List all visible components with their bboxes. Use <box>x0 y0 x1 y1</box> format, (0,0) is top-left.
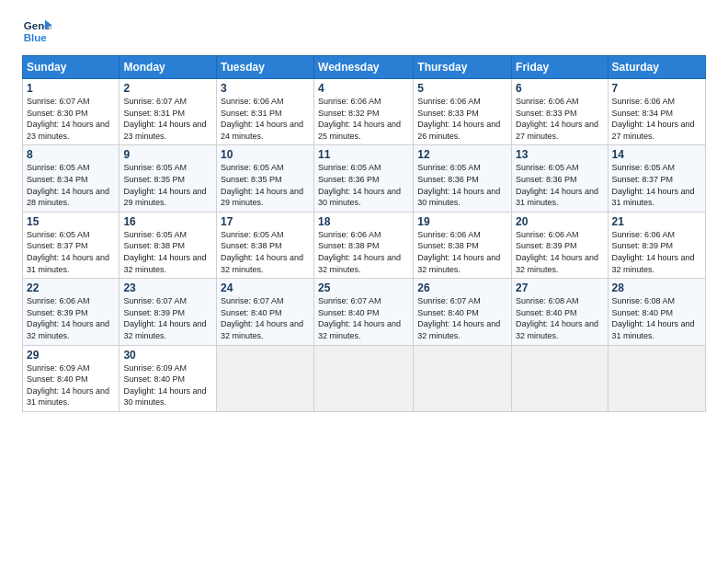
day-info: Sunrise: 6:05 AMSunset: 8:34 PMDaylight:… <box>27 162 115 208</box>
calendar-cell: 18Sunrise: 6:06 AMSunset: 8:38 PMDayligh… <box>314 212 414 278</box>
calendar-cell: 28Sunrise: 6:08 AMSunset: 8:40 PMDayligh… <box>608 279 705 345</box>
day-number: 22 <box>27 282 115 294</box>
day-info: Sunrise: 6:06 AMSunset: 8:38 PMDaylight:… <box>417 229 507 275</box>
day-info: Sunrise: 6:06 AMSunset: 8:33 PMDaylight:… <box>516 96 603 142</box>
day-number: 14 <box>612 148 701 161</box>
logo-icon: General Blue <box>22 17 51 46</box>
day-info: Sunrise: 6:06 AMSunset: 8:39 PMDaylight:… <box>612 229 701 275</box>
day-info: Sunrise: 6:06 AMSunset: 8:38 PMDaylight:… <box>318 229 409 275</box>
day-number: 18 <box>318 215 409 228</box>
day-number: 7 <box>612 82 701 95</box>
weekday-header-saturday: Saturday <box>608 56 705 79</box>
calendar-week-3: 15Sunrise: 6:05 AMSunset: 8:37 PMDayligh… <box>23 212 706 278</box>
calendar-cell: 10Sunrise: 6:05 AMSunset: 8:35 PMDayligh… <box>217 145 314 212</box>
day-info: Sunrise: 6:05 AMSunset: 8:35 PMDaylight:… <box>123 162 212 208</box>
calendar-cell <box>217 345 314 411</box>
calendar-cell: 19Sunrise: 6:06 AMSunset: 8:38 PMDayligh… <box>414 212 512 278</box>
calendar-cell: 13Sunrise: 6:05 AMSunset: 8:36 PMDayligh… <box>512 145 608 212</box>
day-info: Sunrise: 6:07 AMSunset: 8:40 PMDaylight:… <box>221 295 310 341</box>
calendar-cell: 6Sunrise: 6:06 AMSunset: 8:33 PMDaylight… <box>512 79 608 145</box>
day-info: Sunrise: 6:05 AMSunset: 8:38 PMDaylight:… <box>221 229 310 275</box>
day-number: 11 <box>318 148 409 161</box>
day-info: Sunrise: 6:05 AMSunset: 8:36 PMDaylight:… <box>417 162 507 208</box>
calendar-cell: 26Sunrise: 6:07 AMSunset: 8:40 PMDayligh… <box>414 279 512 345</box>
calendar-cell: 8Sunrise: 6:05 AMSunset: 8:34 PMDaylight… <box>23 145 119 212</box>
weekday-header-monday: Monday <box>119 56 217 79</box>
calendar-cell: 1Sunrise: 6:07 AMSunset: 8:30 PMDaylight… <box>23 79 119 145</box>
day-info: Sunrise: 6:06 AMSunset: 8:32 PMDaylight:… <box>318 96 409 142</box>
day-info: Sunrise: 6:05 AMSunset: 8:36 PMDaylight:… <box>318 162 409 208</box>
logo: General Blue <box>22 17 55 46</box>
day-number: 16 <box>123 215 212 228</box>
day-number: 15 <box>27 215 115 228</box>
calendar-week-4: 22Sunrise: 6:06 AMSunset: 8:39 PMDayligh… <box>23 279 706 345</box>
day-info: Sunrise: 6:07 AMSunset: 8:40 PMDaylight:… <box>417 295 507 341</box>
day-number: 29 <box>27 349 115 362</box>
day-info: Sunrise: 6:06 AMSunset: 8:34 PMDaylight:… <box>612 96 701 142</box>
day-info: Sunrise: 6:07 AMSunset: 8:39 PMDaylight:… <box>123 295 212 341</box>
calendar-cell: 4Sunrise: 6:06 AMSunset: 8:32 PMDaylight… <box>314 79 414 145</box>
day-number: 8 <box>27 148 115 161</box>
day-number: 10 <box>221 148 310 161</box>
day-number: 6 <box>516 82 603 95</box>
day-number: 20 <box>516 215 603 228</box>
calendar-cell: 2Sunrise: 6:07 AMSunset: 8:31 PMDaylight… <box>119 79 217 145</box>
day-info: Sunrise: 6:07 AMSunset: 8:40 PMDaylight:… <box>318 295 409 341</box>
calendar-cell <box>512 345 608 411</box>
calendar-week-5: 29Sunrise: 6:09 AMSunset: 8:40 PMDayligh… <box>23 345 706 411</box>
calendar-cell: 16Sunrise: 6:05 AMSunset: 8:38 PMDayligh… <box>119 212 217 278</box>
calendar-cell: 22Sunrise: 6:06 AMSunset: 8:39 PMDayligh… <box>23 279 119 345</box>
calendar-week-2: 8Sunrise: 6:05 AMSunset: 8:34 PMDaylight… <box>23 145 706 212</box>
day-info: Sunrise: 6:06 AMSunset: 8:39 PMDaylight:… <box>516 229 603 275</box>
day-info: Sunrise: 6:07 AMSunset: 8:30 PMDaylight:… <box>27 96 115 142</box>
weekday-header-sunday: Sunday <box>23 56 119 79</box>
calendar-body: 1Sunrise: 6:07 AMSunset: 8:30 PMDaylight… <box>23 79 706 412</box>
day-info: Sunrise: 6:09 AMSunset: 8:40 PMDaylight:… <box>123 362 212 408</box>
svg-text:Blue: Blue <box>24 32 48 43</box>
day-number: 17 <box>221 215 310 228</box>
calendar-cell: 9Sunrise: 6:05 AMSunset: 8:35 PMDaylight… <box>119 145 217 212</box>
page: General Blue SundayMondayTuesdayWednesda… <box>0 0 728 563</box>
calendar-cell: 11Sunrise: 6:05 AMSunset: 8:36 PMDayligh… <box>314 145 414 212</box>
day-number: 3 <box>221 82 310 95</box>
calendar-cell: 12Sunrise: 6:05 AMSunset: 8:36 PMDayligh… <box>414 145 512 212</box>
day-info: Sunrise: 6:05 AMSunset: 8:38 PMDaylight:… <box>123 229 212 275</box>
day-info: Sunrise: 6:05 AMSunset: 8:36 PMDaylight:… <box>516 162 603 208</box>
day-number: 27 <box>516 282 603 294</box>
calendar-cell: 17Sunrise: 6:05 AMSunset: 8:38 PMDayligh… <box>217 212 314 278</box>
day-number: 2 <box>123 82 212 95</box>
day-info: Sunrise: 6:08 AMSunset: 8:40 PMDaylight:… <box>612 295 701 341</box>
weekday-row: SundayMondayTuesdayWednesdayThursdayFrid… <box>23 56 706 79</box>
calendar-cell: 30Sunrise: 6:09 AMSunset: 8:40 PMDayligh… <box>119 345 217 411</box>
day-number: 13 <box>516 148 603 161</box>
calendar-cell: 24Sunrise: 6:07 AMSunset: 8:40 PMDayligh… <box>217 279 314 345</box>
calendar-cell <box>314 345 414 411</box>
calendar-cell: 14Sunrise: 6:05 AMSunset: 8:37 PMDayligh… <box>608 145 705 212</box>
day-number: 5 <box>417 82 507 95</box>
calendar-cell <box>414 345 512 411</box>
weekday-header-friday: Friday <box>512 56 608 79</box>
day-number: 24 <box>221 282 310 294</box>
day-info: Sunrise: 6:05 AMSunset: 8:37 PMDaylight:… <box>27 229 115 275</box>
weekday-header-tuesday: Tuesday <box>217 56 314 79</box>
day-info: Sunrise: 6:06 AMSunset: 8:33 PMDaylight:… <box>417 96 507 142</box>
day-number: 9 <box>123 148 212 161</box>
day-number: 19 <box>417 215 507 228</box>
calendar: SundayMondayTuesdayWednesdayThursdayFrid… <box>22 55 706 412</box>
calendar-cell: 15Sunrise: 6:05 AMSunset: 8:37 PMDayligh… <box>23 212 119 278</box>
calendar-week-1: 1Sunrise: 6:07 AMSunset: 8:30 PMDaylight… <box>23 79 706 145</box>
day-info: Sunrise: 6:09 AMSunset: 8:40 PMDaylight:… <box>27 362 115 408</box>
calendar-cell <box>608 345 705 411</box>
day-number: 26 <box>417 282 507 294</box>
header: General Blue <box>22 17 706 46</box>
day-number: 12 <box>417 148 507 161</box>
calendar-header: SundayMondayTuesdayWednesdayThursdayFrid… <box>23 56 706 79</box>
day-info: Sunrise: 6:05 AMSunset: 8:37 PMDaylight:… <box>612 162 701 208</box>
day-info: Sunrise: 6:06 AMSunset: 8:31 PMDaylight:… <box>221 96 310 142</box>
calendar-cell: 3Sunrise: 6:06 AMSunset: 8:31 PMDaylight… <box>217 79 314 145</box>
calendar-cell: 21Sunrise: 6:06 AMSunset: 8:39 PMDayligh… <box>608 212 705 278</box>
day-number: 25 <box>318 282 409 294</box>
day-number: 1 <box>27 82 115 95</box>
day-info: Sunrise: 6:06 AMSunset: 8:39 PMDaylight:… <box>27 295 115 341</box>
calendar-cell: 29Sunrise: 6:09 AMSunset: 8:40 PMDayligh… <box>23 345 119 411</box>
